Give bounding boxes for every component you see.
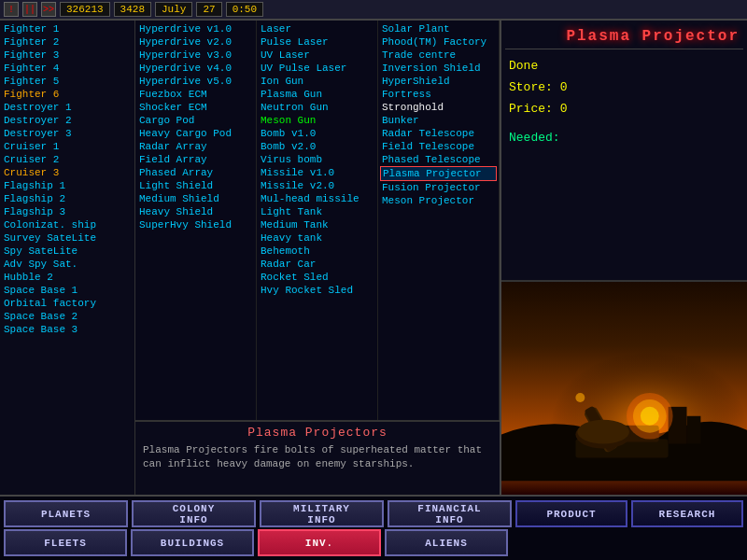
col1-item[interactable]: Heavy Cargo Pod (137, 127, 254, 140)
col2-item[interactable]: Neutron Gun (259, 101, 375, 114)
col2-item[interactable]: Plasma Gun (259, 88, 375, 101)
info-desc: Plasma Projectors fire bolts of superhea… (143, 443, 492, 472)
col1-item[interactable]: Heavy Shield (137, 205, 254, 218)
col1-item[interactable]: Light Shield (137, 179, 254, 192)
ship-item[interactable]: Orbital factory (2, 297, 133, 310)
fast-btn[interactable]: >> (41, 2, 56, 17)
ship-item[interactable]: Fighter 5 (2, 75, 133, 88)
columns-area: Hyperdrive v1.0Hyperdrive v2.0Hyperdrive… (135, 21, 500, 420)
col3-item[interactable]: Inversion Shield (380, 62, 497, 75)
col2-item[interactable]: Rocket Sled (259, 271, 375, 284)
col1-item[interactable]: Radar Array (137, 140, 254, 153)
ship-item[interactable]: Fighter 1 (2, 22, 133, 35)
col3-item[interactable]: Fortress (380, 88, 497, 101)
col1-item[interactable]: Fuezbox ECM (137, 88, 254, 101)
col3-item[interactable]: Solar Plant (380, 22, 497, 35)
inv-button[interactable]: INV. (258, 529, 381, 556)
ship-item[interactable]: Survey SateLite (2, 231, 133, 245)
ship-item[interactable]: Destroyer 3 (2, 127, 133, 140)
military-info-button[interactable]: MILITARYINFO (260, 500, 384, 527)
col2-item[interactable]: Mul-head missile (259, 192, 375, 205)
ship-item[interactable]: Spy SateLite (2, 245, 133, 258)
colony-info-button[interactable]: COLONYINFO (132, 500, 256, 527)
col1-item[interactable]: Hyperdrive v2.0 (137, 35, 254, 49)
col3-item[interactable]: Phood(TM) Factory (380, 35, 497, 49)
col2-item[interactable]: Heavy tank (259, 231, 375, 245)
col3-item[interactable]: Stronghold (380, 101, 497, 114)
col1-item[interactable]: Medium Shield (137, 192, 254, 205)
col2-item[interactable]: Laser (259, 22, 375, 35)
info-title: Plasma Projectors (143, 426, 492, 440)
ship-item[interactable]: Fighter 2 (2, 35, 133, 49)
col3-item[interactable]: Phased Telescope (380, 153, 497, 166)
col2-item[interactable]: Pulse Laser (259, 35, 375, 49)
col1-item[interactable]: SuperHvy Shield (137, 218, 254, 231)
col2-item[interactable]: Behemoth (259, 245, 375, 258)
col3-item[interactable]: Plasma Projector (380, 166, 497, 181)
col1-item[interactable]: Hyperdrive v4.0 (137, 62, 254, 75)
col1-item[interactable]: Field Array (137, 153, 254, 166)
ship-item[interactable]: Cruiser 1 (2, 140, 133, 153)
right-panel: Plasma Projector Done Store: 0 Price: 0 … (500, 21, 747, 495)
ship-item[interactable]: Space Base 1 (2, 284, 133, 297)
col2-item[interactable]: Radar Car (259, 258, 375, 271)
aliens-button[interactable]: ALIENS (385, 529, 508, 556)
col2-item[interactable]: Missile v2.0 (259, 179, 375, 192)
ship-item[interactable]: Space Base 3 (2, 323, 133, 336)
col1-item[interactable]: Hyperdrive v3.0 (137, 49, 254, 62)
ship-item[interactable]: Cruiser 2 (2, 153, 133, 166)
right-title: Plasma Projector (505, 24, 743, 49)
col3: Solar PlantPhood(TM) FactoryTrade centre… (378, 21, 500, 420)
col1-item[interactable]: Shocker ECM (137, 101, 254, 114)
col2-item[interactable]: Virus bomb (259, 153, 375, 166)
ship-item[interactable]: Fighter 6 (2, 88, 133, 101)
planets-button[interactable]: PLANETS (4, 500, 128, 527)
col1-item[interactable]: Cargo Pod (137, 114, 254, 127)
col2-item[interactable]: Medium Tank (259, 218, 375, 231)
pause-btn[interactable]: || (22, 2, 37, 17)
col1: Hyperdrive v1.0Hyperdrive v2.0Hyperdrive… (135, 21, 257, 420)
col3-item[interactable]: Meson Projector (380, 194, 497, 207)
financial-info-button[interactable]: FINANCIALINFO (388, 500, 512, 527)
col2-item[interactable]: Bomb v2.0 (259, 140, 375, 153)
col3-item[interactable]: HyperShield (380, 75, 497, 88)
ship-item[interactable]: Space Base 2 (2, 310, 133, 323)
svg-point-6 (577, 420, 629, 444)
col2-item[interactable]: Hvy Rocket Sled (259, 284, 375, 297)
col3-item[interactable]: Field Telescope (380, 140, 497, 153)
col2-item[interactable]: Meson Gun (259, 114, 375, 127)
col2-item[interactable]: Ion Gun (259, 75, 375, 88)
col3-item[interactable]: Radar Telescope (380, 127, 497, 140)
ship-item[interactable]: Flagship 2 (2, 192, 133, 205)
col1-item[interactable]: Phased Array (137, 166, 254, 179)
ship-item[interactable]: Fighter 3 (2, 49, 133, 62)
col2-item[interactable]: UV Laser (259, 49, 375, 62)
fleets-button[interactable]: FLEETS (4, 529, 127, 556)
btn-row1: PLANETS COLONYINFO MILITARYINFO FINANCIA… (4, 500, 743, 527)
ship-item[interactable]: Adv Spy Sat. (2, 258, 133, 271)
time-display: 0:50 (226, 2, 263, 17)
btn-row2: FLEETS BUILDINGS INV. ALIENS (4, 529, 743, 556)
col2-item[interactable]: Missile v1.0 (259, 166, 375, 179)
research-button[interactable]: RESEARCH (631, 500, 743, 527)
svg-rect-9 (686, 416, 700, 444)
col3-item[interactable]: Bunker (380, 114, 497, 127)
ship-item[interactable]: Fighter 4 (2, 62, 133, 75)
col3-item[interactable]: Trade centre (380, 49, 497, 62)
col2-item[interactable]: Light Tank (259, 205, 375, 218)
ship-item[interactable]: Cruiser 3 (2, 166, 133, 179)
product-button[interactable]: PRODUCT (515, 500, 627, 527)
ship-item[interactable]: Destroyer 2 (2, 114, 133, 127)
ship-item[interactable]: Flagship 1 (2, 179, 133, 192)
col2-item[interactable]: UV Pulse Laser (259, 62, 375, 75)
alert-btn[interactable]: ! (4, 2, 19, 17)
col1-item[interactable]: Hyperdrive v5.0 (137, 75, 254, 88)
col3-item[interactable]: Fusion Projector (380, 181, 497, 194)
col1-item[interactable]: Hyperdrive v1.0 (137, 22, 254, 35)
ship-item[interactable]: Flagship 3 (2, 205, 133, 218)
ship-item[interactable]: Colonizat. ship (2, 218, 133, 231)
buildings-button[interactable]: BUILDINGS (131, 529, 254, 556)
ship-item[interactable]: Hubble 2 (2, 271, 133, 284)
ship-item[interactable]: Destroyer 1 (2, 101, 133, 114)
col2-item[interactable]: Bomb v1.0 (259, 127, 375, 140)
